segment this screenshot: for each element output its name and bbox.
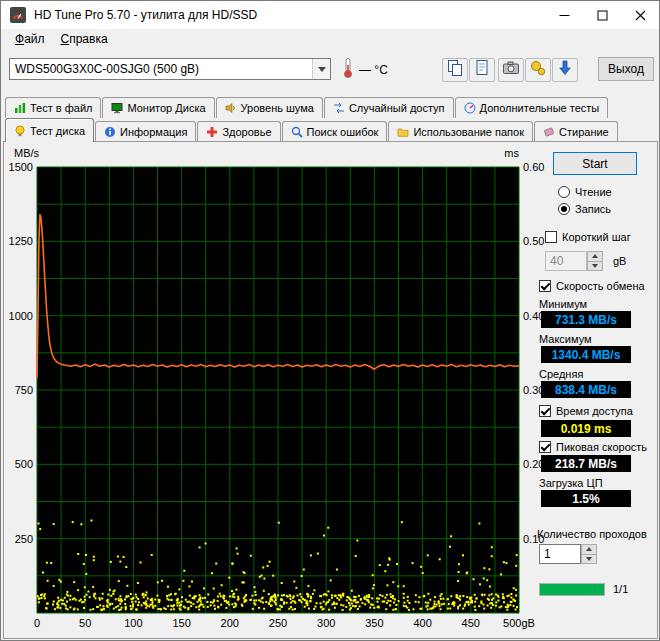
title-bar: HD Tune Pro 5.70 - утилита для HD/SSD bbox=[1, 1, 659, 29]
tab-label: Стирание bbox=[559, 126, 609, 138]
stepper-up-icon[interactable] bbox=[587, 251, 603, 261]
short-step-stepper[interactable]: 40 bbox=[545, 251, 603, 271]
temperature-indicator: — °C bbox=[341, 57, 388, 82]
menu-help[interactable]: Справка bbox=[53, 30, 116, 48]
pass-count-label: Количество проходов bbox=[537, 528, 647, 540]
cpu-usage-value: 1.5% bbox=[541, 490, 631, 507]
performance-button[interactable] bbox=[525, 58, 551, 82]
read-radio[interactable] bbox=[558, 186, 570, 198]
folder-usage-icon bbox=[397, 126, 409, 138]
erase-icon bbox=[543, 126, 555, 138]
close-button[interactable] bbox=[621, 1, 659, 29]
svg-text:250: 250 bbox=[269, 617, 287, 629]
short-step-unit: gB bbox=[613, 255, 626, 267]
svg-text:50: 50 bbox=[79, 617, 91, 629]
benchmark-chart: 1500125010007505002500.600.500.400.300.2… bbox=[1, 141, 556, 641]
stepper-down-icon[interactable] bbox=[587, 261, 603, 272]
tab-disk-monitor[interactable]: Монитор Диска bbox=[102, 97, 214, 118]
burst-rate-label: Пиковая скорость bbox=[556, 441, 647, 453]
tab-extra-tests[interactable]: Дополнительные тесты bbox=[455, 97, 609, 118]
average-label: Средняя bbox=[539, 368, 583, 380]
svg-text:500: 500 bbox=[15, 458, 33, 470]
tab-row-1: Тест в файл Монитор Диска Уровень шума С… bbox=[5, 97, 609, 118]
svg-text:1500: 1500 bbox=[9, 161, 33, 173]
svg-text:500gB: 500gB bbox=[503, 617, 535, 629]
short-step-row[interactable]: Короткий шаг bbox=[545, 231, 631, 243]
short-step-checkbox[interactable] bbox=[545, 231, 557, 243]
write-radio-label: Запись bbox=[575, 203, 611, 215]
exit-button[interactable]: Выход bbox=[598, 57, 654, 81]
tab-random-access[interactable]: Случайный доступ bbox=[324, 97, 454, 118]
tab-label: Монитор Диска bbox=[127, 102, 205, 114]
progress-bar bbox=[539, 583, 605, 596]
disk-monitor-icon bbox=[111, 102, 123, 114]
pass-count-value[interactable]: 1 bbox=[539, 544, 581, 564]
menu-file[interactable]: Файл bbox=[7, 30, 53, 48]
svg-text:250: 250 bbox=[15, 533, 33, 545]
copy-button[interactable] bbox=[442, 58, 468, 82]
average-value: 838.4 MB/s bbox=[541, 381, 631, 398]
download-icon bbox=[555, 58, 575, 82]
tab-label: Тест в файл bbox=[30, 102, 92, 114]
copy-page-button[interactable] bbox=[469, 58, 495, 82]
info-icon bbox=[104, 126, 116, 138]
tab-noise-level[interactable]: Уровень шума bbox=[216, 97, 323, 118]
noise-level-icon bbox=[225, 102, 237, 114]
camera-icon bbox=[501, 58, 521, 82]
svg-text:450: 450 bbox=[462, 617, 480, 629]
thermometer-icon bbox=[341, 57, 355, 82]
tab-file-benchmark[interactable]: Тест в файл bbox=[5, 97, 101, 118]
tab-label: Поиск ошибок bbox=[307, 126, 379, 138]
burst-rate-checkbox[interactable] bbox=[539, 441, 551, 453]
access-time-label: Время доступа bbox=[556, 405, 633, 417]
screenshot-button[interactable] bbox=[498, 58, 524, 82]
stepper-up-icon[interactable] bbox=[581, 544, 597, 554]
burst-rate-row[interactable]: Пиковая скорость bbox=[539, 441, 647, 453]
chevron-down-icon[interactable] bbox=[312, 59, 330, 79]
svg-text:200: 200 bbox=[221, 617, 239, 629]
drive-select[interactable]: WDS500G3X0C-00SJG0 (500 gB) bbox=[9, 58, 331, 80]
transfer-rate-label: Скорость обмена bbox=[556, 280, 645, 292]
short-step-value[interactable]: 40 bbox=[545, 251, 587, 271]
error-scan-icon bbox=[291, 126, 303, 138]
svg-text:750: 750 bbox=[15, 384, 33, 396]
tab-erase[interactable]: Стирание bbox=[534, 121, 618, 141]
tab-health[interactable]: Здоровье bbox=[197, 121, 280, 141]
svg-text:100: 100 bbox=[124, 617, 142, 629]
progress-fill bbox=[540, 584, 604, 595]
start-button[interactable]: Start bbox=[553, 152, 637, 175]
save-results-button[interactable] bbox=[552, 58, 578, 82]
tab-info[interactable]: Информация bbox=[95, 121, 196, 141]
read-radio-row[interactable]: Чтение bbox=[558, 186, 612, 198]
transfer-rate-checkbox[interactable] bbox=[539, 280, 551, 292]
svg-text:1000: 1000 bbox=[9, 310, 33, 322]
tab-label: Дополнительные тесты bbox=[480, 102, 600, 114]
maximize-button[interactable] bbox=[583, 1, 621, 29]
tab-label: Информация bbox=[120, 126, 187, 138]
file-test-icon bbox=[14, 102, 26, 114]
svg-text:350: 350 bbox=[365, 617, 383, 629]
svg-text:MB/s: MB/s bbox=[14, 147, 40, 159]
cpu-usage-label: Загрузка ЦП bbox=[539, 477, 603, 489]
tab-label: Здоровье bbox=[222, 126, 271, 138]
tab-folder-usage[interactable]: Использование папок bbox=[388, 121, 533, 141]
svg-text:0.50: 0.50 bbox=[523, 235, 544, 247]
transfer-rate-row[interactable]: Скорость обмена bbox=[539, 280, 645, 292]
minimum-value: 731.3 MB/s bbox=[541, 311, 631, 328]
write-radio[interactable] bbox=[558, 203, 570, 215]
tab-disk-test[interactable]: Тест диска bbox=[5, 118, 94, 142]
tab-label: Использование папок bbox=[413, 126, 524, 138]
pass-count-stepper[interactable]: 1 bbox=[539, 544, 597, 564]
svg-text:0: 0 bbox=[34, 617, 40, 629]
access-time-row[interactable]: Время доступа bbox=[539, 405, 633, 417]
write-radio-row[interactable]: Запись bbox=[558, 203, 611, 215]
access-time-value: 0.019 ms bbox=[541, 420, 631, 437]
stepper-down-icon[interactable] bbox=[581, 554, 597, 565]
short-step-label: Короткий шаг bbox=[562, 231, 631, 243]
tab-label: Тест диска bbox=[30, 125, 85, 137]
svg-text:ms: ms bbox=[504, 147, 519, 159]
tab-error-scan[interactable]: Поиск ошибок bbox=[282, 121, 388, 141]
minimize-button[interactable] bbox=[545, 1, 583, 29]
app-window: HD Tune Pro 5.70 - утилита для HD/SSD Фа… bbox=[0, 0, 660, 641]
access-time-checkbox[interactable] bbox=[539, 405, 551, 417]
